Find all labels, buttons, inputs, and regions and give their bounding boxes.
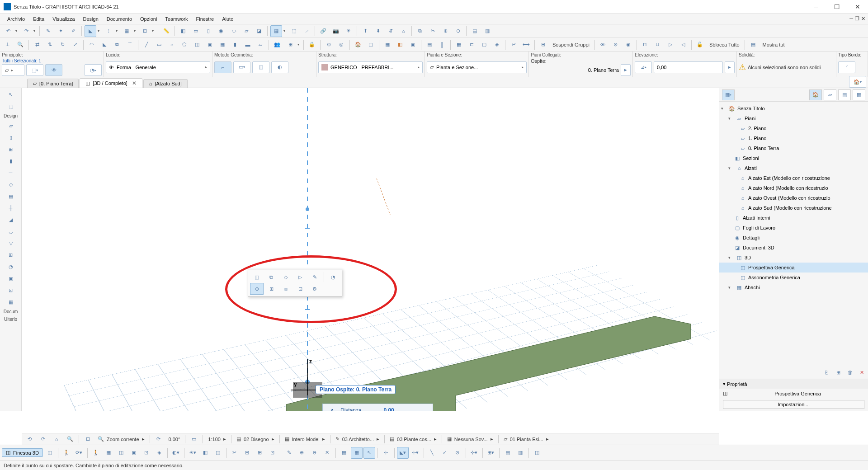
bt-coord-icon[interactable]: ⊹	[380, 447, 392, 459]
elev-ref-button[interactable]: ⊿ ▸	[635, 61, 652, 73]
settings-button[interactable]: Impostazioni...	[723, 400, 864, 409]
geometry-rect-button[interactable]: ▭ ▾	[233, 61, 250, 73]
nav-copy-icon[interactable]: ⎘	[822, 368, 831, 377]
maximize-button[interactable]: ☐	[826, 0, 847, 14]
rect-icon[interactable]: ▭	[153, 39, 165, 51]
zone-icon[interactable]: ▢	[365, 39, 377, 51]
qo-rotate-icon[interactable]: ⟳	[153, 433, 165, 445]
qo-combo-5[interactable]: ▦ Nessuna Sov... ▸	[445, 435, 495, 443]
collab-icon[interactable]: 👥	[271, 39, 283, 51]
link-icon[interactable]: 🔗	[317, 25, 329, 37]
morph-icon[interactable]: ◧	[394, 39, 406, 51]
add-material-icon[interactable]: ▤	[469, 25, 481, 37]
bt-snap2-icon[interactable]: ⊹▾	[410, 447, 421, 459]
qo-back-icon[interactable]: ⟲	[24, 433, 35, 445]
eyedrop-icon[interactable]: ✐	[67, 25, 79, 37]
bt-view1-icon[interactable]: 🚶	[90, 447, 102, 459]
menu-design[interactable]: Design	[80, 15, 102, 23]
minimize-button[interactable]: ─	[806, 0, 826, 14]
slab2-tool-icon[interactable]: ◇	[5, 179, 17, 190]
nav-close-icon[interactable]: ✕	[857, 368, 866, 377]
tab-piano-terra[interactable]: ▱[0. Piano Terra]	[27, 79, 79, 88]
structure-combo[interactable]: GENERICO - PREFABBRI...▸	[318, 61, 423, 73]
mdi-close-icon[interactable]: ✕	[861, 16, 865, 22]
shell-tool-icon[interactable]: ◡	[5, 226, 17, 237]
layer-combo[interactable]: 👁 Forma - Generale▸	[106, 61, 210, 73]
bt-plane2-icon[interactable]: ▦	[351, 447, 363, 459]
rotate-icon[interactable]: ↻	[57, 39, 68, 51]
qo-combo-1[interactable]: ▤ 02 Disegno ▸	[234, 435, 277, 443]
sun-icon[interactable]: ☀	[343, 25, 354, 37]
pet-settings-icon[interactable]: ⚙	[308, 283, 321, 295]
qo-fwd-icon[interactable]: ⟳	[37, 433, 49, 445]
cw-icon[interactable]: ▦	[453, 39, 465, 51]
morph2-tool-icon[interactable]: ◔	[5, 261, 17, 272]
scale-combo[interactable]: 1:100 ▸	[206, 435, 228, 443]
qo-scale-icon[interactable]: ▭	[188, 433, 200, 445]
menu-aiuto[interactable]: Aiuto	[218, 15, 237, 23]
mesh-tool-icon[interactable]: ▦	[5, 296, 17, 307]
beam2-tool-icon[interactable]: ─	[5, 167, 17, 178]
bt-view6-icon[interactable]: ◈	[153, 447, 165, 459]
section-tool-icon[interactable]: ◧	[177, 25, 189, 37]
trim-icon[interactable]: ⊖	[452, 25, 464, 37]
elevation-input[interactable]	[654, 61, 723, 73]
story-goto-icon[interactable]: ⇵	[385, 25, 396, 37]
bt-grid1-icon[interactable]: ⊞▾	[485, 447, 497, 459]
connect-icon[interactable]: ⧉	[414, 25, 426, 37]
bt-cut3-icon[interactable]: ⊞	[254, 447, 266, 459]
close-tab-icon[interactable]: ✕	[132, 80, 137, 86]
backward-icon[interactable]: ◁	[677, 39, 689, 51]
pet-rotate-icon[interactable]: ◇	[279, 271, 292, 283]
nav-view-tab-3[interactable]: ▤	[838, 89, 851, 100]
detail-tool-icon[interactable]: ◉	[215, 25, 227, 37]
wand-icon[interactable]: ✦	[55, 25, 66, 37]
qo-combo-3[interactable]: ✎ 03 Architetto... ▸	[333, 435, 382, 443]
object2-tool-icon[interactable]: ▣	[5, 273, 17, 284]
menu-visualizza[interactable]: Visualizza	[49, 15, 78, 23]
object-icon[interactable]: ▣	[407, 39, 419, 51]
scale-icon[interactable]: ⤢	[69, 39, 81, 51]
pet-mirror-icon[interactable]: ▷	[293, 271, 307, 283]
pet-move-icon[interactable]: ◫	[250, 271, 264, 283]
navigator-tree[interactable]: ▾🏠Senza Titolo ▾▱Piani ▱2. Piano ▱1. Pia…	[719, 102, 868, 366]
viewport-3d[interactable]: z y x Piano Ospite: 0. Piano Terra ↗Dist…	[22, 88, 719, 411]
qo-combo-6[interactable]: ▱ 01 Pianta Esi... ▸	[501, 435, 551, 443]
split-icon[interactable]: ✂	[508, 39, 519, 51]
nav-trash-icon[interactable]: 🗑	[845, 368, 854, 377]
round-icon[interactable]: ◠	[86, 39, 98, 51]
wall-tool-icon[interactable]: ▱	[5, 120, 17, 131]
stair2-tool-icon[interactable]: ▤	[5, 191, 17, 202]
bt-view4-icon[interactable]: ▣	[128, 447, 140, 459]
arrange-f-icon[interactable]: ⊓	[639, 39, 651, 51]
fillet-icon[interactable]: ⌒	[124, 39, 136, 51]
bt-edit3-icon[interactable]: ⊖	[309, 447, 321, 459]
beam-icon[interactable]: ▬	[242, 39, 254, 51]
marquee-option-button[interactable]: ⬚ ▾	[26, 64, 43, 76]
story-down-icon[interactable]: ⬇	[372, 25, 384, 37]
roof-tool-icon[interactable]: ◢	[5, 214, 17, 225]
tab-alzato-sud[interactable]: ⌂[Alzato Sud]	[143, 79, 188, 88]
pet-elevate-icon[interactable]: ⊞	[264, 283, 278, 295]
bt-plane1-icon[interactable]: ▦	[338, 447, 350, 459]
qo-home-icon[interactable]: ⌂	[51, 433, 62, 445]
angle-display[interactable]: 0,00°	[166, 435, 183, 443]
pet-palette[interactable]: ◫ ⧉ ◇ ▷ ✎ ◔ ⊕ ⊞ ⧈ ⊡ ⚙	[248, 269, 342, 297]
undo-button[interactable]: ↶▾	[2, 25, 19, 37]
hide-icon[interactable]: ⊘	[610, 39, 622, 51]
offset-icon[interactable]: ⧉	[111, 39, 123, 51]
menu-edita[interactable]: Edita	[29, 15, 48, 23]
menu-documento[interactable]: Documento	[103, 15, 136, 23]
bt-view5-icon[interactable]: ⊡	[141, 447, 152, 459]
elev-tool-icon[interactable]: ▭	[190, 25, 202, 37]
redo-button[interactable]: ↷▾	[20, 25, 37, 37]
lock-icon[interactable]: 🔒	[306, 39, 318, 51]
geometry-box-button[interactable]: ◫	[252, 61, 269, 73]
bt-trans-icon[interactable]: ◫	[212, 447, 224, 459]
morph-box-icon[interactable]: ▦	[382, 39, 393, 51]
nav-new-icon[interactable]: ⊞	[834, 368, 843, 377]
bt-filter2-icon[interactable]: ✓	[439, 447, 451, 459]
snap-grid-button[interactable]: ▦▾	[120, 25, 137, 37]
bt-cut1-icon[interactable]: ✂	[229, 447, 241, 459]
column-tool-icon[interactable]: ▮	[5, 155, 17, 166]
